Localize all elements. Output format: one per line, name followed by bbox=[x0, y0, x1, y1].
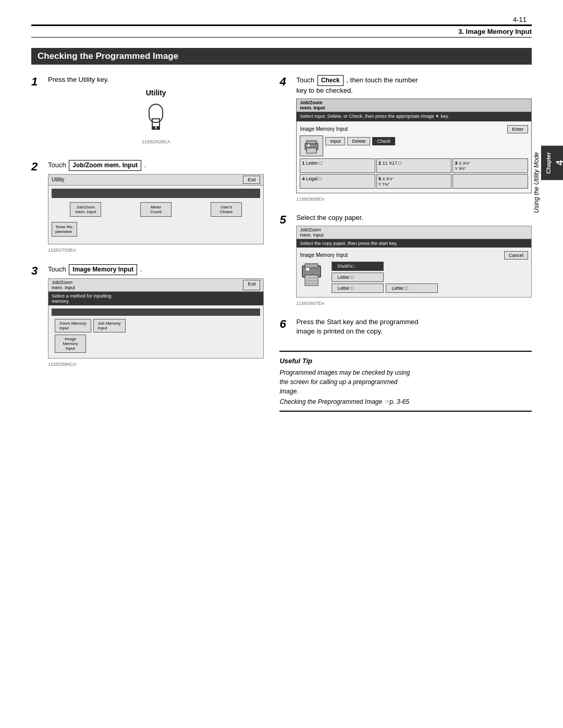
step-3-number: 3 bbox=[31, 264, 43, 278]
grid-item-2[interactable]: 2 11 X17 □ bbox=[376, 158, 452, 173]
step-5-paper-options: 5⅝/8¼□ Letter □ Letter □ Letter □ bbox=[332, 262, 528, 293]
step-5-cancel-btn[interactable]: Cancel bbox=[504, 251, 528, 260]
step-3-exit-btn[interactable]: Exit bbox=[243, 280, 260, 290]
grid-item-1[interactable]: 1 Letter □ bbox=[300, 158, 375, 173]
step-5-number: 5 bbox=[279, 213, 291, 227]
step-5-text: Select the copy paper. bbox=[296, 213, 532, 223]
svg-rect-11 bbox=[306, 268, 309, 270]
meter-count-btn[interactable]: Meter Count bbox=[140, 202, 172, 217]
step-3-content: Touch Image Memory Input . Job/Zoom mem.… bbox=[48, 264, 264, 367]
step-2-screen-title-row: Utility Exit bbox=[48, 175, 263, 186]
step-3-period: . bbox=[140, 265, 142, 273]
step-2-screen-body: Job/Zoom mem. Input Meter Count User's C… bbox=[48, 186, 263, 244]
step-1-number: 1 bbox=[31, 75, 43, 89]
step-4-text: Touch Check , then touch the number key … bbox=[296, 75, 532, 95]
step-2-number: 2 bbox=[31, 160, 43, 174]
step-2-period: . bbox=[144, 161, 146, 169]
chapter-tab: Chapter 4 bbox=[541, 146, 563, 180]
page-number: 4-11 bbox=[31, 16, 532, 23]
step-1: 1 Press the Utility key. Utility bbox=[31, 75, 264, 149]
step-2-code: 1155O703EA bbox=[48, 248, 264, 253]
svg-rect-14 bbox=[306, 282, 319, 284]
step-5-paper4[interactable]: Letter □ bbox=[386, 283, 438, 293]
grid-item-empty bbox=[452, 174, 528, 189]
right-column: 4 Touch Check , then touch the number ke… bbox=[279, 75, 532, 412]
grid-item-4[interactable]: 4 Legal □ bbox=[300, 174, 375, 189]
step-3-screen: Job/Zoom mem. Input Exit Select a method… bbox=[48, 278, 264, 359]
step-5-paper3[interactable]: Letter □ bbox=[332, 283, 384, 293]
step-5-printer-area bbox=[300, 262, 328, 291]
step-5-row-label: Image Memory Input bbox=[300, 252, 348, 258]
step-4-input-btn[interactable]: Input bbox=[325, 137, 345, 145]
step-2-screen: Utility Exit Job/Zoom mem. Input Meter C… bbox=[48, 174, 264, 244]
step-6: 6 Press the Start key and the programmed… bbox=[279, 317, 532, 339]
step-4-row1: Image Memory Input Enter bbox=[300, 125, 528, 133]
step-2-content: Touch Job/Zoom mem. Input . Utility Exit bbox=[48, 160, 264, 253]
step-4-code: 1155O605EA bbox=[296, 196, 532, 202]
utility-label: Utility bbox=[48, 89, 264, 97]
step-4-button[interactable]: Check bbox=[317, 75, 344, 86]
step-5-body: Image Memory Input Cancel bbox=[297, 248, 531, 297]
step-4-enter-btn[interactable]: Enter bbox=[507, 125, 528, 133]
step-3: 3 Touch Image Memory Input . Job/Zoom me… bbox=[31, 264, 264, 367]
step-5-instruction: Select the copy paper, then press the st… bbox=[297, 239, 531, 248]
step-2-buttons: Job/Zoom mem. Input Meter Count User's C… bbox=[52, 202, 260, 217]
step-5-content: Select the copy paper. Job/Zoom mem. Inp… bbox=[296, 213, 532, 306]
users-choice-btn[interactable]: User's Choice bbox=[211, 202, 242, 217]
header-bar: 3. Image Memory Input bbox=[31, 24, 532, 38]
step-1-code: 1155O528CA bbox=[48, 139, 264, 144]
utility-icon bbox=[138, 99, 174, 135]
step-3-prefix: Touch bbox=[48, 265, 66, 273]
job-zoom-btn[interactable]: Job/Zoom mem. Input bbox=[70, 202, 101, 217]
step-4-check-btn[interactable]: Check bbox=[372, 137, 395, 145]
step-2-button[interactable]: Job/Zoom mem. Input bbox=[69, 160, 141, 171]
svg-rect-2 bbox=[152, 126, 155, 129]
header-title: 3. Image Memory Input bbox=[458, 28, 532, 35]
job-memory-btn[interactable]: Job Memory Input bbox=[93, 319, 126, 332]
step-6-text: Press the Start key and the programmed i… bbox=[296, 317, 532, 336]
step-3-screen-title-row: Job/Zoom mem. Input Exit bbox=[48, 279, 263, 292]
step-4-row-label: Image Memory Input bbox=[300, 126, 348, 132]
step-3-code: 1155O584CA bbox=[48, 362, 264, 367]
step-3-button[interactable]: Image Memory Input bbox=[69, 264, 137, 275]
step-6-number: 6 bbox=[279, 317, 291, 331]
step-3-text: Touch Image Memory Input . bbox=[48, 264, 264, 275]
step-2-exit-btn[interactable]: Exit bbox=[243, 176, 260, 184]
step-4-screen-title: Job/Zoom mem. Input bbox=[297, 99, 531, 112]
step-5-paper2[interactable]: Letter □ bbox=[332, 273, 384, 282]
step-5: 5 Select the copy paper. Job/Zoom mem. I… bbox=[279, 213, 532, 306]
step-5-screen-title: Job/Zoom mem. Input bbox=[297, 226, 531, 239]
step-4-suffix: , then touch the number key to be checke… bbox=[296, 76, 418, 94]
page-container: 4-11 3. Image Memory Input Chapter 4 Usi… bbox=[0, 0, 563, 728]
useful-tip-link: Checking the Preprogrammed Image ☞p. 3-6… bbox=[279, 398, 532, 405]
step-3-screen-title: Job/Zoom mem. Input bbox=[52, 280, 75, 290]
step-4-printer-icon bbox=[300, 135, 323, 156]
svg-rect-7 bbox=[308, 144, 310, 146]
step-4-prefix: Touch bbox=[296, 76, 314, 84]
step-3-instruction: Select a method for inputting memory. bbox=[48, 292, 263, 305]
svg-rect-0 bbox=[149, 104, 163, 122]
utility-diagram: Utility 1155O528CA bbox=[48, 89, 264, 144]
step-2: 2 Touch Job/Zoom mem. Input . Utility Ex… bbox=[31, 160, 264, 253]
step-4-instruction: Select Input, Delete, or Check, then pre… bbox=[297, 112, 531, 121]
svg-rect-12 bbox=[306, 277, 319, 279]
step-2-screen-title: Utility bbox=[52, 177, 64, 182]
grid-item-5[interactable]: 5 X 5½"Y 7¾" bbox=[376, 174, 452, 189]
section-title: Checking the Programmed Image bbox=[31, 48, 532, 65]
useful-tip-title: Useful Tip bbox=[279, 357, 532, 365]
image-memory-btn[interactable]: Image Memory Input bbox=[55, 335, 86, 353]
step-4-action-btns: Input Delete Check bbox=[325, 137, 528, 145]
step-5-screen: Job/Zoom mem. Input Select the copy pape… bbox=[296, 226, 532, 298]
step-4-grid: 1 Letter □ 2 11 X17 □ 3 X 3½"Y 3½" 4 Leg… bbox=[300, 158, 528, 189]
step-5-paper1[interactable]: 5⅝/8¼□ bbox=[332, 262, 384, 271]
grid-item-3[interactable]: 3 X 3½"Y 3½" bbox=[452, 158, 528, 173]
step-4-delete-btn[interactable]: Delete bbox=[347, 137, 370, 145]
toner-btn[interactable]: Toner Re- plenisher bbox=[52, 222, 77, 237]
useful-tip-text: Programmed images may be checked by usin… bbox=[279, 368, 532, 396]
step-4-body: Image Memory Input Enter bbox=[297, 121, 531, 193]
zoom-memory-btn[interactable]: Zoom Memory Input bbox=[55, 319, 91, 332]
svg-rect-13 bbox=[306, 280, 319, 281]
step-4: 4 Touch Check , then touch the number ke… bbox=[279, 75, 532, 202]
step-4-number: 4 bbox=[279, 75, 291, 89]
svg-rect-5 bbox=[307, 141, 316, 144]
